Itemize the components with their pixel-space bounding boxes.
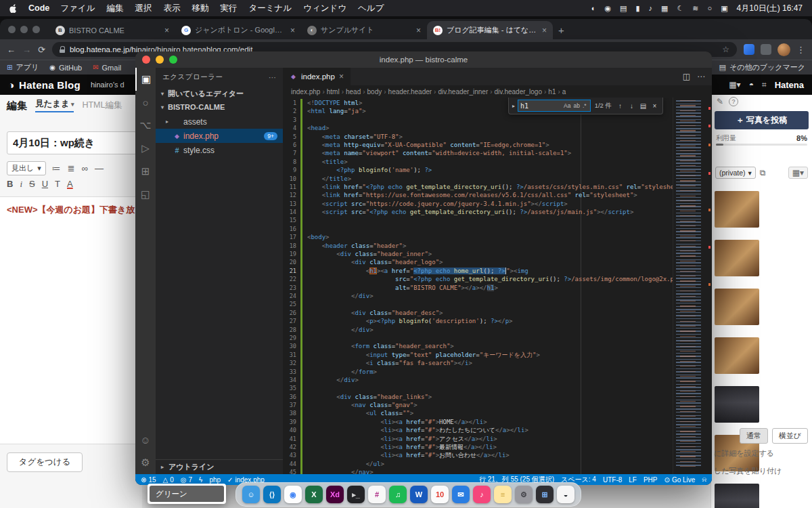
view-normal-button[interactable]: 通常 [740,428,768,444]
chrome-window-controls[interactable] [8,19,40,39]
chat-icon[interactable]: ◓ [749,80,754,89]
control-center-icon[interactable]: ▣ [721,4,727,13]
underline-icon[interactable]: U [42,179,48,190]
code-line[interactable]: 9 <?php bloginfo('name'); ?> [283,166,673,174]
settings-gear-icon[interactable]: ⚙ [135,451,156,474]
photo-thumbnail[interactable] [715,289,759,325]
tab-close-icon[interactable]: × [290,26,295,35]
whole-word-icon[interactable]: ab [572,102,581,109]
dock-word[interactable]: W [410,486,428,503]
chrome-menu-icon[interactable]: ⋮ [796,45,805,55]
toggle-replace-icon[interactable]: ▸ [512,103,515,109]
code-line[interactable]: 30 <form class="header_search"> [283,342,673,350]
breadcrumb-item[interactable]: div.header_inner [438,88,488,96]
code-line[interactable]: 14 <script src="<?php echo get_template_… [283,208,673,216]
dock-music[interactable]: ♪ [473,486,491,503]
code-line[interactable]: 10 </title> [283,175,673,183]
hatena-right-brand[interactable]: Hatena [775,80,804,90]
code-line[interactable]: 13 <script src="https://code.jquery.com/… [283,200,673,208]
post-photo-button[interactable]: ＋ 写真を投稿 [715,111,809,129]
menu-item-表示[interactable]: 表示 [163,3,180,14]
menu-item-選択[interactable]: 選択 [135,3,152,14]
code-line[interactable]: 6 <meta http-equiv="X-UA-Compatible" con… [283,141,673,149]
code-line[interactable]: 11 <link href="<?php echo get_template_d… [283,183,673,191]
code-line[interactable]: 25 [283,300,673,308]
italic-icon[interactable]: i [20,179,22,190]
menu-item-編集[interactable]: 編集 [106,3,123,14]
forward-icon[interactable]: → [22,45,31,55]
photo-thumbnail[interactable] [715,386,759,423]
docker-icon[interactable]: ◉ [604,4,611,13]
find-in-selection-icon[interactable]: ▤ [639,102,648,110]
photo-thumbnail[interactable] [715,191,759,228]
code-line[interactable]: 28 </div> [283,326,673,334]
edit-icon[interactable]: ✎ [717,97,723,106]
browser-tab[interactable]: B!ブログ記事編集 - はてなブログ× [427,21,553,39]
extension-icon[interactable] [744,44,754,55]
hatena-brand[interactable]: Hatena Blog [19,79,81,91]
breadcrumb-item[interactable]: a [562,88,566,96]
active-app-name[interactable]: Code [28,3,49,13]
bookmark-apps[interactable]: ⊞アプリ [7,62,39,72]
menu-item-ターミナル[interactable]: ターミナル [248,3,292,14]
battery-icon[interactable]: ▮ [635,4,639,13]
bookmark-gmail[interactable]: ✉Gmail [93,62,121,72]
problems-warnings[interactable]: △0 [163,476,174,484]
file-assets[interactable]: ▸assets [156,114,283,129]
profile-avatar[interactable] [777,43,790,56]
php-indicator[interactable]: php [209,476,221,484]
dock-finder[interactable]: ☺ [242,486,260,503]
dock-excel[interactable]: X [305,486,323,503]
heading-select[interactable]: 見出し▾ [7,161,46,175]
ul-icon[interactable]: ≔ [52,163,61,173]
breadcrumb-item[interactable]: index.php [291,88,320,96]
more-actions-icon[interactable]: ⋯ [269,73,276,81]
encoding[interactable]: UTF-8 [603,476,622,484]
previous-match-icon[interactable]: ↑ [616,102,625,110]
hr-icon[interactable]: — [95,163,104,173]
spotlight-icon[interactable]: ○ [708,4,713,13]
code-line[interactable]: 21 <h1><a href="<?php echo home_url(); ?… [283,267,673,275]
menu-item-ウィンドウ[interactable]: ウィンドウ [303,3,346,14]
code-line[interactable]: 33 </form> [283,368,673,376]
grid-view-icon[interactable]: ▦▾ [729,80,740,89]
extensions-puzzle-icon[interactable] [761,44,771,55]
tab-close-icon[interactable]: × [164,26,169,35]
match-case-icon[interactable]: Aa [562,102,572,109]
other-bookmarks[interactable]: ▤ その他のブックマーク [719,62,805,72]
search-icon[interactable]: ○ [135,91,156,114]
photo-thumbnail[interactable] [715,337,759,374]
go-live[interactable]: ⊙Go Live [664,476,696,484]
moon-icon[interactable]: ☾ [677,4,683,13]
breadcrumb-item[interactable]: head [346,88,361,96]
code-line[interactable]: 23 alt="BISTRO CALME"></a></h1> [283,284,673,292]
tab-close-icon[interactable]: × [542,26,547,35]
menu-clock[interactable]: 4月10日(土) 16:47 [737,3,803,14]
external-link-icon[interactable]: ⧉ [760,168,766,177]
next-match-icon[interactable]: ↓ [627,102,636,110]
code-editor[interactable]: 1<!DOCTYPE html>2<html lang="ja">34<head… [283,98,712,474]
code-line[interactable]: 17<body> [283,233,673,241]
code-line[interactable]: 29 [283,334,673,342]
reload-icon[interactable]: ⟳ [38,45,45,55]
code-line[interactable]: 37 <nav class="gnav"> [283,401,673,409]
code-line[interactable]: 15 [283,216,673,224]
breadcrumb-item[interactable]: h1 [548,88,556,96]
code-line[interactable]: 45 </nav> [283,468,673,474]
code-line[interactable]: 34 </div> [283,376,673,384]
ports-indicator[interactable]: ◎7 [181,476,192,484]
photo-thumbnail[interactable] [715,240,759,276]
close-tab-icon[interactable]: × [339,72,344,81]
code-line[interactable]: 39 <li><a href="#">HOME</a></li> [283,418,673,426]
remote-icon[interactable]: ◱ [135,183,156,206]
file-style.css[interactable]: #style.css [156,143,283,157]
menu-item-ファイル[interactable]: ファイル [60,3,95,14]
code-line[interactable]: 41 <li><a href="#">アクセス</a></li> [283,435,673,443]
add-tag-button[interactable]: タグをつける [7,452,83,472]
open-editors-section[interactable]: ▾ 開いているエディター [156,87,283,100]
dock-mail[interactable]: ✉ [452,486,470,503]
code-line[interactable]: 43 <li><a href="#">お問い合わせ</a></li> [283,451,673,459]
code-line[interactable]: 3 [283,116,673,124]
explorer-icon[interactable]: ▣ [135,68,156,91]
thumbnail-grid-icon[interactable]: ▦▾ [788,167,808,179]
